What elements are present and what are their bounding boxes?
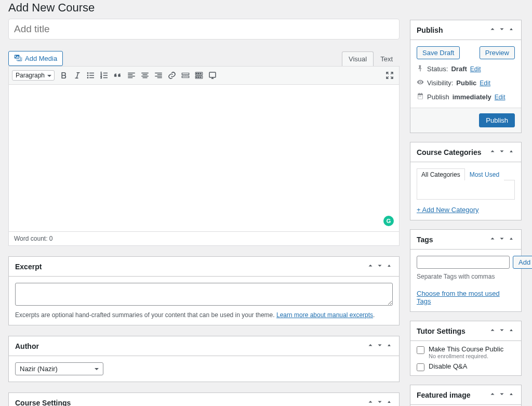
bulleted-list-button[interactable] (85, 69, 97, 82)
featured-image-heading: Featured image (417, 391, 470, 399)
svg-point-2 (87, 77, 88, 78)
add-media-button[interactable]: Add Media (8, 51, 63, 66)
triangle-up-icon[interactable] (385, 398, 393, 406)
svg-point-0 (87, 72, 88, 73)
preview-button[interactable]: Preview (480, 46, 515, 59)
excerpt-hint: Excerpts are optional hand-crafted summa… (15, 311, 393, 319)
chevron-down-icon[interactable] (498, 390, 506, 399)
chevron-up-icon[interactable] (489, 235, 496, 244)
chevron-down-icon[interactable] (498, 235, 506, 244)
status-label: Status: (427, 65, 448, 73)
add-media-label: Add Media (25, 55, 57, 62)
chevron-down-icon[interactable] (498, 148, 506, 156)
distraction-free-button[interactable] (383, 69, 396, 82)
tags-heading: Tags (417, 235, 433, 244)
excerpt-textarea[interactable] (15, 283, 393, 306)
page-title: Add New Course (8, 0, 400, 19)
media-icon (14, 54, 22, 63)
svg-rect-9 (200, 73, 201, 74)
format-select[interactable]: Paragraph (12, 70, 55, 81)
choose-tags-link[interactable]: Choose from the most used Tags (417, 290, 515, 305)
categories-heading: Course Categories (417, 148, 481, 156)
chevron-down-icon[interactable] (376, 342, 383, 350)
svg-rect-8 (198, 73, 200, 74)
chevron-down-icon[interactable] (498, 25, 506, 34)
tags-input[interactable] (417, 256, 510, 269)
toolbar-toggle-button[interactable] (193, 69, 205, 82)
chevron-up-icon[interactable] (489, 390, 496, 399)
svg-rect-7 (196, 73, 197, 74)
visibility-icon (417, 78, 424, 87)
status-value: Draft (451, 65, 467, 73)
chevron-down-icon[interactable] (498, 326, 506, 335)
manual-excerpt-link[interactable]: Learn more about manual excerpts (276, 311, 373, 319)
word-count: Word count: 0 (9, 231, 399, 245)
tutor-settings-heading: Tutor Settings (417, 327, 466, 335)
tab-text[interactable]: Text (374, 51, 400, 66)
align-right-button[interactable] (152, 69, 165, 82)
triangle-up-icon[interactable] (508, 390, 515, 399)
chevron-up-icon[interactable] (367, 398, 374, 406)
svg-point-1 (87, 75, 88, 76)
tab-all-categories[interactable]: All Categories (417, 168, 465, 180)
author-heading: Author (15, 342, 39, 350)
chevron-down-icon[interactable] (376, 398, 383, 406)
triangle-up-icon[interactable] (385, 342, 393, 350)
svg-rect-11 (196, 76, 197, 77)
svg-text:3: 3 (101, 76, 102, 79)
numbered-list-button[interactable]: 123 (98, 69, 111, 82)
category-list[interactable] (417, 180, 515, 200)
tab-most-used[interactable]: Most Used (465, 168, 504, 180)
disable-qa-checkbox[interactable] (417, 363, 424, 371)
bold-button[interactable] (58, 69, 70, 82)
svg-rect-14 (209, 72, 216, 77)
chevron-up-icon[interactable] (489, 25, 496, 34)
make-public-label: Make This Course Public (429, 345, 503, 353)
triangle-up-icon[interactable] (385, 262, 393, 271)
add-new-category-link[interactable]: + Add New Category (417, 206, 479, 214)
triangle-up-icon[interactable] (508, 235, 515, 244)
disable-qa-label: Disable Q&A (429, 362, 467, 370)
pin-icon (417, 64, 424, 73)
visibility-value: Public (456, 79, 476, 87)
schedule-label: Publish (427, 93, 449, 101)
make-public-checkbox[interactable] (417, 346, 424, 354)
content-editor[interactable]: G (9, 85, 399, 231)
chevron-down-icon[interactable] (376, 262, 383, 271)
schedule-value: immediately (453, 93, 491, 101)
link-button[interactable] (166, 69, 178, 82)
triangle-up-icon[interactable] (508, 326, 515, 335)
chevron-up-icon[interactable] (489, 326, 496, 335)
read-more-button[interactable] (179, 69, 192, 82)
align-center-button[interactable] (139, 69, 151, 82)
visibility-label: Visibility: (427, 79, 453, 87)
svg-rect-13 (200, 76, 201, 77)
italic-button[interactable] (71, 69, 84, 82)
publish-button[interactable]: Publish (479, 113, 515, 127)
editor-frame: Paragraph 123 G Word count: 0 (8, 66, 400, 246)
chevron-up-icon[interactable] (489, 148, 496, 156)
status-edit-link[interactable]: Edit (470, 66, 481, 73)
publish-heading: Publish (417, 26, 443, 34)
fullscreen-button[interactable] (206, 69, 219, 82)
tab-visual[interactable]: Visual (342, 51, 374, 66)
svg-rect-12 (198, 76, 200, 77)
schedule-edit-link[interactable]: Edit (495, 94, 506, 101)
visibility-edit-link[interactable]: Edit (480, 80, 490, 87)
course-settings-heading: Course Settings (15, 399, 71, 407)
grammarly-icon[interactable]: G (383, 216, 394, 226)
chevron-up-icon[interactable] (367, 342, 374, 350)
save-draft-button[interactable]: Save Draft (417, 46, 460, 59)
calendar-icon (417, 93, 424, 101)
tags-hint: Separate Tags with commas (417, 273, 515, 280)
chevron-up-icon[interactable] (367, 262, 374, 271)
align-left-button[interactable] (125, 69, 138, 82)
triangle-up-icon[interactable] (508, 148, 515, 156)
course-title-input[interactable] (8, 19, 400, 40)
excerpt-heading: Excerpt (15, 263, 42, 271)
add-tag-button[interactable]: Add (513, 256, 532, 269)
make-public-sub: No enrollment required. (429, 353, 503, 359)
author-select[interactable]: Nazir (Nazir) (15, 362, 103, 375)
triangle-up-icon[interactable] (508, 25, 515, 34)
blockquote-button[interactable] (112, 69, 124, 82)
